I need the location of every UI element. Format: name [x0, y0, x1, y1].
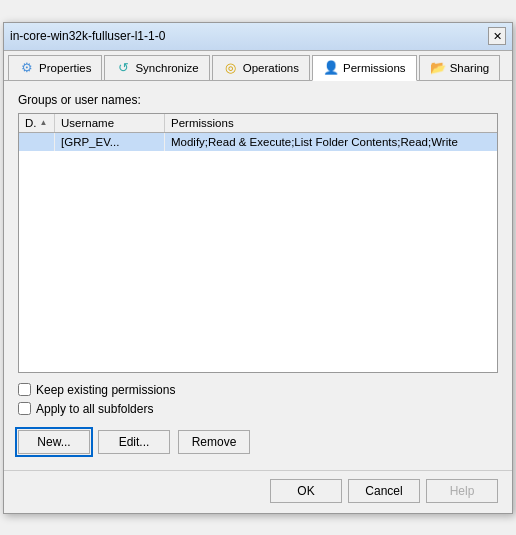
tab-sharing-label: Sharing [450, 62, 490, 74]
col-d-label: D. [25, 117, 37, 129]
edit-button[interactable]: Edit... [98, 430, 170, 454]
table-row[interactable]: [GRP_EV... Modify;Read & Execute;List Fo… [19, 133, 497, 151]
keep-existing-label[interactable]: Keep existing permissions [36, 383, 175, 397]
keep-existing-row: Keep existing permissions [18, 383, 498, 397]
keep-existing-checkbox[interactable] [18, 383, 31, 396]
window-title: in-core-win32k-fulluser-l1-1-0 [10, 29, 165, 43]
col-username-label: Username [61, 117, 114, 129]
permissions-icon: 👤 [323, 60, 339, 76]
cancel-button[interactable]: Cancel [348, 479, 420, 503]
col-header-d[interactable]: D. ▲ [19, 114, 55, 132]
operations-icon: ◎ [223, 60, 239, 76]
tab-sharing[interactable]: 📂 Sharing [419, 55, 501, 80]
action-buttons: New... Edit... Remove [18, 430, 498, 454]
tab-permissions-label: Permissions [343, 62, 406, 74]
col-permissions-label: Permissions [171, 117, 234, 129]
cell-permissions: Modify;Read & Execute;List Folder Conten… [165, 133, 497, 151]
table-header: D. ▲ Username Permissions [19, 114, 497, 133]
close-button[interactable]: ✕ [488, 27, 506, 45]
sort-arrow-icon: ▲ [40, 118, 48, 127]
help-button[interactable]: Help [426, 479, 498, 503]
permissions-table: D. ▲ Username Permissions [GRP_EV... Mod… [18, 113, 498, 373]
title-bar: in-core-win32k-fulluser-l1-1-0 ✕ [4, 23, 512, 51]
table-body: [GRP_EV... Modify;Read & Execute;List Fo… [19, 133, 497, 365]
apply-subfolders-checkbox[interactable] [18, 402, 31, 415]
cell-username: [GRP_EV... [55, 133, 165, 151]
groups-label: Groups or user names: [18, 93, 498, 107]
sharing-icon: 📂 [430, 60, 446, 76]
tab-properties-label: Properties [39, 62, 91, 74]
tab-operations[interactable]: ◎ Operations [212, 55, 310, 80]
tab-operations-label: Operations [243, 62, 299, 74]
tab-permissions[interactable]: 👤 Permissions [312, 55, 417, 81]
col-header-permissions[interactable]: Permissions [165, 114, 497, 132]
properties-icon: ⚙ [19, 60, 35, 76]
checkboxes-group: Keep existing permissions Apply to all s… [18, 383, 498, 416]
cell-d [19, 133, 55, 151]
tab-synchronize[interactable]: ↺ Synchronize [104, 55, 209, 80]
ok-button[interactable]: OK [270, 479, 342, 503]
col-header-username[interactable]: Username [55, 114, 165, 132]
apply-subfolders-label[interactable]: Apply to all subfolders [36, 402, 153, 416]
apply-subfolders-row: Apply to all subfolders [18, 402, 498, 416]
tab-synchronize-label: Synchronize [135, 62, 198, 74]
remove-button[interactable]: Remove [178, 430, 250, 454]
tab-properties[interactable]: ⚙ Properties [8, 55, 102, 80]
dialog-window: in-core-win32k-fulluser-l1-1-0 ✕ ⚙ Prope… [3, 22, 513, 514]
new-button[interactable]: New... [18, 430, 90, 454]
tab-bar: ⚙ Properties ↺ Synchronize ◎ Operations … [4, 51, 512, 81]
footer: OK Cancel Help [4, 470, 512, 513]
sync-icon: ↺ [115, 60, 131, 76]
tab-content: Groups or user names: D. ▲ Username Perm… [4, 81, 512, 466]
